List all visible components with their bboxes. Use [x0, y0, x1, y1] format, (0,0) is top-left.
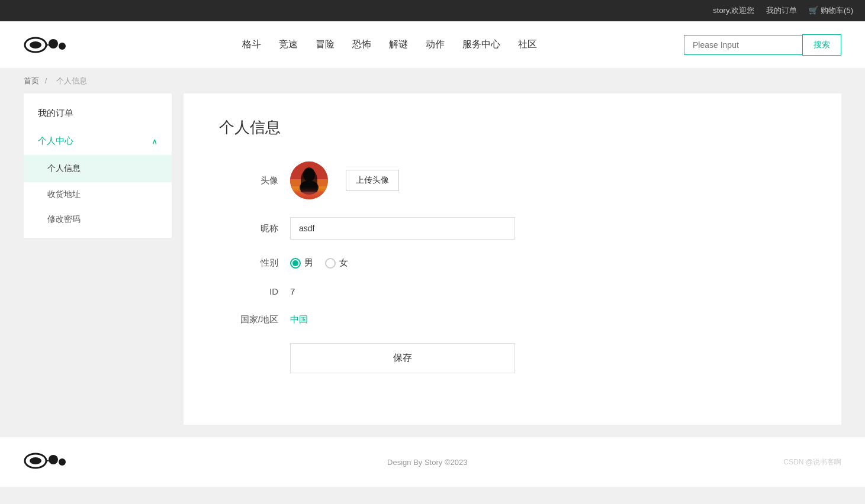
sidebar-item-personal-info[interactable]: 个人信息 — [24, 155, 172, 182]
footer-csdn: CSDN @说书客啊 — [783, 457, 841, 467]
search-area: 搜索 — [684, 34, 841, 56]
my-orders-link[interactable]: 我的订单 — [766, 5, 797, 16]
save-row: 保存 — [219, 343, 806, 373]
breadcrumb-home[interactable]: 首页 — [24, 76, 39, 85]
gender-female-label: 女 — [339, 257, 348, 269]
svg-point-10 — [300, 180, 319, 195]
nav-item-action[interactable]: 动作 — [426, 38, 445, 51]
svg-point-3 — [59, 43, 66, 50]
svg-rect-7 — [290, 179, 328, 199]
gender-female-option[interactable]: 女 — [325, 257, 348, 269]
main-nav: 格斗 竞速 冒险 恐怖 解谜 动作 服务中心 社区 — [95, 38, 684, 51]
nickname-row: 昵称 — [219, 217, 806, 240]
id-row: ID 7 — [219, 286, 806, 296]
sidebar-item-orders[interactable]: 我的订单 — [24, 99, 172, 127]
sidebar-item-change-password[interactable]: 修改密码 — [24, 207, 172, 232]
main-layout: 我的订单 个人中心 ∧ 个人信息 收货地址 修改密码 个人信息 头像 — [24, 93, 841, 425]
avatar-label: 头像 — [219, 175, 278, 186]
svg-rect-8 — [290, 186, 328, 199]
gender-row: 性别 男 女 — [219, 257, 806, 269]
search-button[interactable]: 搜索 — [802, 34, 841, 56]
svg-point-2 — [49, 39, 58, 49]
save-button[interactable]: 保存 — [290, 343, 515, 373]
sidebar-item-address[interactable]: 收货地址 — [24, 182, 172, 207]
nickname-input[interactable] — [290, 217, 515, 240]
gender-radio-group: 男 女 — [290, 257, 348, 269]
avatar-area: 上传头像 — [290, 161, 399, 199]
gender-label: 性别 — [219, 257, 278, 269]
country-label: 国家/地区 — [219, 314, 278, 325]
cart-icon: 🛒 — [809, 6, 818, 15]
cart-link[interactable]: 🛒购物车(5) — [809, 5, 853, 16]
nickname-label: 昵称 — [219, 223, 278, 234]
welcome-text: story,欢迎您 — [713, 5, 754, 16]
logo[interactable] — [24, 33, 71, 57]
breadcrumb-sep: / — [45, 76, 47, 85]
header: 格斗 竞速 冒险 恐怖 解谜 动作 服务中心 社区 搜索 — [0, 21, 865, 69]
gender-female-radio[interactable] — [325, 258, 336, 269]
svg-point-1 — [30, 41, 41, 49]
nav-item-service[interactable]: 服务中心 — [462, 38, 500, 51]
nav-item-community[interactable]: 社区 — [518, 38, 537, 51]
gender-male-option[interactable]: 男 — [290, 257, 313, 269]
sidebar-item-personal-center[interactable]: 个人中心 ∧ — [24, 127, 172, 155]
breadcrumb-current: 个人信息 — [56, 76, 87, 85]
gender-male-label: 男 — [304, 257, 313, 269]
nav-item-horror[interactable]: 恐怖 — [352, 38, 371, 51]
id-value: 7 — [290, 286, 295, 296]
top-bar: story,欢迎您 我的订单 🛒购物车(5) — [0, 0, 865, 21]
profile-content: 个人信息 头像 — [184, 93, 841, 425]
sidebar-personal-center-label: 个人中心 — [38, 135, 73, 147]
nav-item-racing[interactable]: 竞速 — [279, 38, 298, 51]
svg-point-15 — [59, 458, 66, 466]
sidebar: 我的订单 个人中心 ∧ 个人信息 收货地址 修改密码 — [24, 93, 172, 238]
country-row: 国家/地区 中国 — [219, 314, 806, 325]
upload-avatar-button[interactable]: 上传头像 — [346, 170, 399, 191]
avatar — [290, 161, 328, 199]
footer-copyright: Design By Story ©2023 — [71, 458, 783, 467]
svg-point-14 — [49, 455, 58, 464]
search-input[interactable] — [684, 35, 802, 55]
svg-rect-11 — [290, 191, 328, 199]
gender-male-radio[interactable] — [290, 258, 301, 269]
nav-item-adventure[interactable]: 冒险 — [316, 38, 335, 51]
chevron-up-icon: ∧ — [152, 137, 157, 146]
country-value[interactable]: 中国 — [290, 314, 308, 325]
breadcrumb: 首页 / 个人信息 — [0, 69, 865, 93]
page-title: 个人信息 — [219, 117, 806, 138]
nav-item-puzzle[interactable]: 解谜 — [389, 38, 408, 51]
avatar-row: 头像 — [219, 161, 806, 199]
svg-point-9 — [303, 167, 315, 182]
footer: Design By Story ©2023 CSDN @说书客啊 — [0, 437, 865, 487]
svg-point-13 — [30, 457, 41, 464]
id-label: ID — [219, 286, 278, 296]
footer-logo — [24, 449, 71, 475]
nav-item-fighting[interactable]: 格斗 — [242, 38, 261, 51]
